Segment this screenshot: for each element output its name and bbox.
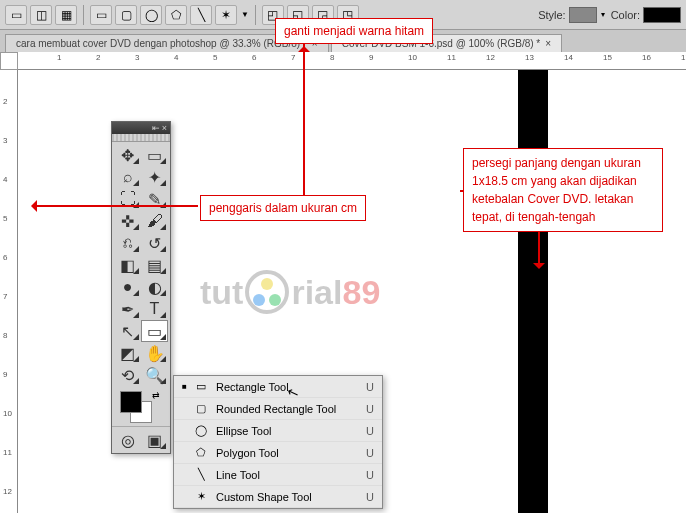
brush-tool[interactable]: 🖌: [141, 210, 168, 232]
close-icon[interactable]: ×: [162, 124, 167, 133]
ruler-mark: 5: [3, 214, 7, 223]
watermark-circle-icon: [245, 270, 289, 314]
arrow-head-icon: [533, 263, 545, 275]
magic-wand-tool[interactable]: ✦: [141, 166, 168, 188]
clone-stamp-tool[interactable]: ⎌: [114, 232, 141, 254]
tool-icon: ▭: [192, 380, 210, 393]
ruler-mark: 1: [57, 53, 61, 62]
annotation-mid: penggaris dalam ukuran cm: [200, 195, 366, 221]
shape-layers-icon[interactable]: ▭: [5, 5, 27, 25]
ruler-mark: 15: [603, 53, 612, 62]
style-label: Style:: [538, 9, 566, 21]
ruler-mark: 11: [3, 448, 12, 457]
move-tool[interactable]: ✥: [114, 144, 141, 166]
line-icon[interactable]: ╲: [190, 5, 212, 25]
swap-colors-icon[interactable]: ⇄: [152, 390, 160, 400]
flyout-shortcut: U: [366, 425, 374, 437]
rounded-rect-icon[interactable]: ▢: [115, 5, 137, 25]
pen-tool[interactable]: ✒: [114, 298, 141, 320]
lasso-tool[interactable]: ⌕: [114, 166, 141, 188]
flyout-item-rectangle-tool[interactable]: ■▭Rectangle ToolU: [174, 376, 382, 398]
ruler-mark: 8: [330, 53, 334, 62]
eraser-tool[interactable]: ◧: [114, 254, 141, 276]
flyout-item-line-tool[interactable]: ╲Line ToolU: [174, 464, 382, 486]
ruler-mark: 13: [525, 53, 534, 62]
bullet-icon: ■: [182, 382, 192, 391]
rectangle-tool[interactable]: ▭: [141, 320, 168, 342]
close-icon[interactable]: ×: [545, 38, 551, 49]
fill-pixels-icon[interactable]: ▦: [55, 5, 77, 25]
tool-icon: ▢: [192, 402, 210, 415]
color-swatch[interactable]: [643, 7, 681, 23]
flyout-label: Line Tool: [216, 469, 366, 481]
3d-tool[interactable]: ◩: [114, 342, 141, 364]
foreground-color-swatch[interactable]: [120, 391, 142, 413]
rotate-tool[interactable]: ⟲: [114, 364, 141, 386]
tool-icon: ╲: [192, 468, 210, 481]
blur-tool[interactable]: ●: [114, 276, 141, 298]
ruler-mark: 12: [486, 53, 495, 62]
polygon-icon[interactable]: ⬠: [165, 5, 187, 25]
tool-icon: ◯: [192, 424, 210, 437]
custom-shape-icon[interactable]: ✶: [215, 5, 237, 25]
color-label: Color:: [611, 9, 640, 21]
ruler-mark: 4: [174, 53, 178, 62]
tools-panel: ⇤ × ✥ ▭ ⌕ ✦ ⛶ ✎ ✜ 🖌 ⎌ ↺ ◧ ▤ ● ◐ ✒ T ↖ ▭ …: [111, 121, 171, 454]
tools-grip[interactable]: [112, 134, 170, 142]
flyout-item-polygon-tool[interactable]: ⬠Polygon ToolU: [174, 442, 382, 464]
flyout-label: Rounded Rectangle Tool: [216, 403, 366, 415]
marquee-tool[interactable]: ▭: [141, 144, 168, 166]
type-tool[interactable]: T: [141, 298, 168, 320]
annotation-top: ganti menjadi warna hitam: [275, 18, 433, 44]
zoom-tool[interactable]: 🔍: [141, 364, 168, 386]
flyout-shortcut: U: [366, 381, 374, 393]
ruler-mark: 6: [252, 53, 256, 62]
ruler-mark: 2: [3, 97, 7, 106]
paths-icon[interactable]: ◫: [30, 5, 52, 25]
flyout-item-ellipse-tool[interactable]: ◯Ellipse ToolU: [174, 420, 382, 442]
healing-brush-tool[interactable]: ✜: [114, 210, 141, 232]
gradient-tool[interactable]: ▤: [141, 254, 168, 276]
style-swatch[interactable]: [569, 7, 597, 23]
ruler-origin[interactable]: [0, 52, 18, 70]
flyout-shortcut: U: [366, 403, 374, 415]
ellipse-icon[interactable]: ◯: [140, 5, 162, 25]
black-rectangle-shape[interactable]: [518, 70, 548, 513]
shape-dropdown-icon[interactable]: ▼: [241, 10, 249, 19]
shape-tool-flyout: ■▭Rectangle ToolU▢Rounded Rectangle Tool…: [173, 375, 383, 509]
flyout-item-custom-shape-tool[interactable]: ✶Custom Shape ToolU: [174, 486, 382, 508]
ruler-mark: 7: [291, 53, 295, 62]
tool-icon: ✶: [192, 490, 210, 503]
rect-icon[interactable]: ▭: [90, 5, 112, 25]
path-selection-tool[interactable]: ↖: [114, 320, 141, 342]
ruler-mark: 3: [3, 136, 7, 145]
flyout-item-rounded-rectangle-tool[interactable]: ▢Rounded Rectangle ToolU: [174, 398, 382, 420]
ruler-vertical[interactable]: 23456789101112: [0, 70, 18, 513]
tools-panel-header[interactable]: ⇤ ×: [112, 122, 170, 134]
tool-icon: ⬠: [192, 446, 210, 459]
ruler-mark: 9: [369, 53, 373, 62]
ruler-mark: 3: [135, 53, 139, 62]
arrow-line: [303, 43, 305, 198]
ruler-mark: 8: [3, 331, 7, 340]
ruler-mark: 5: [213, 53, 217, 62]
color-swatches: ⇄: [112, 388, 170, 426]
dodge-tool[interactable]: ◐: [141, 276, 168, 298]
collapse-icon[interactable]: ⇤: [152, 124, 160, 133]
quick-mask-tool[interactable]: ◎: [114, 429, 141, 451]
ruler-mark: 11: [447, 53, 456, 62]
ruler-mark: 12: [3, 487, 12, 496]
flyout-shortcut: U: [366, 447, 374, 459]
ruler-mark: 16: [642, 53, 651, 62]
ruler-mark: 9: [3, 370, 7, 379]
ruler-horizontal[interactable]: 1234567891011121314151617: [18, 52, 686, 70]
ruler-mark: 2: [96, 53, 100, 62]
screen-mode-tool[interactable]: ▣: [141, 429, 168, 451]
ruler-mark: 10: [3, 409, 12, 418]
history-brush-tool[interactable]: ↺: [141, 232, 168, 254]
flyout-label: Ellipse Tool: [216, 425, 366, 437]
style-dropdown-icon[interactable]: ▾: [601, 10, 605, 19]
ruler-mark: 10: [408, 53, 417, 62]
hand-tool[interactable]: ✋: [141, 342, 168, 364]
ruler-mark: 14: [564, 53, 573, 62]
